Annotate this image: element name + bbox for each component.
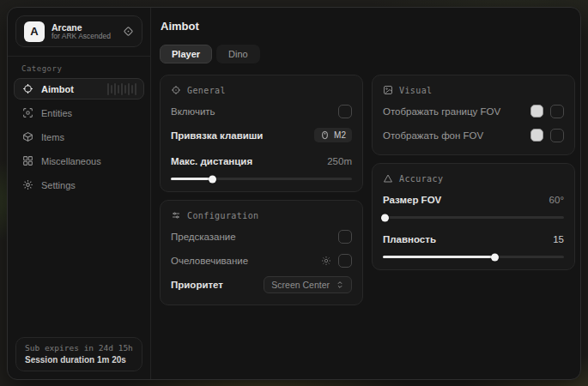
humanize-label: Очеловечивание [171,256,248,266]
fov-bg-label: Отображать фон FOV [383,130,483,141]
tab-player[interactable]: Player [160,45,212,63]
sidebar-item-items[interactable]: Items [14,126,144,148]
sidebar-nav: Aimbot Entities [8,76,150,197]
sidebar-item-label: Items [41,132,64,142]
sidebar-item-label: Settings [41,180,76,190]
fov-border-label: Отображать границу FOV [383,106,500,117]
prediction-checkbox[interactable] [338,230,352,244]
fov-bg-checkbox[interactable] [550,129,564,142]
gear-icon [22,179,33,190]
sidebar-item-label: Aimbot [41,84,74,94]
accuracy-card-title: Accuracy [399,174,443,184]
priority-select-value: Screen Center [271,280,330,290]
fov-size-slider[interactable] [383,216,564,219]
page-title: Aimbot [161,20,575,33]
app-window: A Arcane for ARK Ascended Category [7,7,581,380]
main-panel: Aimbot Player Dino [151,8,581,379]
priority-select[interactable]: Screen Center [264,276,352,293]
brand-subtitle: for ARK Ascended [52,33,116,41]
image-icon [383,85,393,95]
tab-dino[interactable]: Dino [216,45,260,63]
fov-size-value: 60° [549,195,564,205]
triangle-icon [383,173,393,184]
fov-border-color-swatch[interactable] [530,105,543,118]
configuration-card-header: Configuration [171,210,352,220]
distance-slider[interactable] [171,178,352,180]
smoothness-slider[interactable] [383,256,564,258]
slider-thumb[interactable] [491,253,499,261]
sidebar: A Arcane for ARK Ascended Category [8,8,151,379]
target-icon [171,85,181,95]
slider-thumb[interactable] [381,214,389,221]
accuracy-card-header: Accuracy [383,173,564,184]
box-icon [22,131,33,142]
visual-card-title: Visual [399,86,433,95]
general-card-title: General [187,86,226,95]
sidebar-item-entities[interactable]: Entities [14,102,144,124]
distance-value: 250m [327,156,352,166]
mouse-icon [320,130,330,140]
humanize-settings-gear-icon[interactable] [321,256,331,266]
sidebar-item-label: Miscellaneous [41,156,101,166]
crosshair-icon [22,83,33,94]
general-card: General Включить Привязка клавиши [160,75,363,192]
distance-label: Макс. дистанция [171,156,252,166]
scan-icon [22,107,33,118]
sidebar-item-miscellaneous[interactable]: Miscellaneous [14,150,144,172]
smoothness-label: Плавность [383,234,436,244]
sidebar-divider [8,56,150,57]
tab-bar: Player Dino [160,45,575,63]
slider-thumb[interactable] [209,175,216,183]
brand-text: Arcane for ARK Ascended [52,22,116,41]
sidebar-item-label: Entities [41,108,72,118]
configuration-card: Configuration Предсказание Очеловечивани… [160,200,363,305]
app-logo: A [24,21,45,42]
sub-expires-text: Sub expires in 24d 15h [25,343,133,353]
smoothness-value: 15 [553,234,564,244]
focus-icon[interactable] [123,26,134,37]
sidebar-item-aimbot[interactable]: Aimbot [14,78,144,100]
session-duration-text: Session duration 1m 20s [25,355,133,365]
visual-card-header: Visual [383,85,564,95]
general-card-header: General [171,85,352,95]
keybind-button[interactable]: M2 [314,128,352,142]
subscription-box: Sub expires in 24d 15h Session duration … [15,337,142,371]
enable-label: Включить [171,106,215,117]
configuration-card-title: Configuration [187,211,258,220]
fov-border-checkbox[interactable] [550,105,564,118]
humanize-checkbox[interactable] [338,254,352,268]
keybind-label: Привязка клавиши [171,130,263,141]
enable-checkbox[interactable] [338,105,352,118]
sliders-icon [171,210,181,220]
fov-bg-color-swatch[interactable] [530,129,543,142]
brand-title: Arcane [52,22,116,33]
grid-icon [22,155,33,166]
nav-active-watermark [107,83,136,95]
category-label: Category [21,64,150,73]
keybind-value: M2 [334,130,346,140]
fov-size-label: Размер FOV [383,195,441,205]
priority-label: Приоритет [171,280,223,290]
brand-box: A Arcane for ARK Ascended [15,15,142,47]
chevrons-up-down-icon [336,280,344,289]
accuracy-card: Accuracy Размер FOV 60° Плавность 15 [372,163,575,270]
prediction-label: Предсказание [171,232,236,242]
visual-card: Visual Отображать границу FOV Отображать… [372,75,575,155]
sidebar-item-settings[interactable]: Settings [14,174,144,196]
